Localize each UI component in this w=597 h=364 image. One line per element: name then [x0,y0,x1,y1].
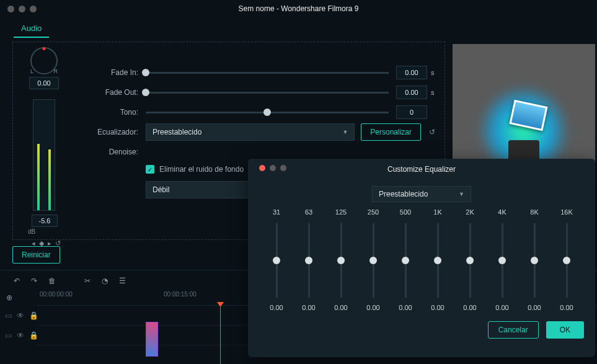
track-lock-icon[interactable]: 🔒 [29,331,38,340]
band-slider-4k[interactable] [502,223,503,298]
band-value: 0.00 [327,304,355,311]
track-type-icon: ▭ [5,311,12,320]
ok-button[interactable]: OK [546,321,584,339]
db-value-input[interactable]: -5.6 [32,215,58,227]
close-window-icon[interactable] [7,6,14,12]
denoise-strength-value: Débil [153,185,169,194]
band-value: 0.00 [392,304,419,311]
band-value: 0.00 [360,304,387,311]
band-value: 0.00 [553,304,580,311]
band-hz-label: 2K [456,208,484,217]
dialog-minimize-icon [270,165,276,171]
band-hz-label: 16K [553,208,580,217]
tab-audio[interactable]: Audio [14,21,49,38]
equalizer-preset-value: Preestablecido [153,128,201,136]
chevron-down-icon: ▼ [459,191,464,197]
pitch-input[interactable]: 0 [396,105,427,119]
band-slider-63[interactable] [308,223,310,298]
level-meter-group: -5.6 dB ◂ ◆ ▸ ↺ [25,99,64,247]
split-icon[interactable]: ✂ [84,277,91,285]
band-slider-2k[interactable] [469,223,471,298]
band-hz-label: 250 [360,208,387,217]
speed-icon[interactable]: ◔ [102,277,108,285]
band-value: 0.00 [263,304,290,311]
band-value: 0.00 [489,304,516,311]
titlebar: Sem nome - Wondershare Filmora 9 [0,0,597,17]
window-title: Sem nome - Wondershare Filmora 9 [239,4,359,13]
fadeout-unit: s [431,89,437,96]
equalizer-preset-dropdown[interactable]: Preestablecido ▼ [146,123,355,141]
pan-control: L R 0.00 [29,47,59,89]
track-type-icon: ▭ [5,331,12,340]
equalizer-reset-icon[interactable]: ↺ [427,127,437,137]
track-visibility-icon[interactable]: 👁 [17,331,24,340]
equalizer-dialog-preset-dropdown[interactable]: Preestablecido ▼ [372,186,471,202]
fadeout-input[interactable]: 0.00 [396,86,427,99]
equalizer-dialog: Customize Equalizer Preestablecido ▼ 310… [248,159,595,357]
band-value: 0.00 [295,304,322,311]
band-hz-label: 4K [489,208,516,217]
equalizer-dialog-preset-value: Preestablecido [379,190,428,198]
band-hz-label: 31 [263,208,290,217]
denoise-strength-dropdown[interactable]: Débil [146,181,257,198]
equalizer-bands: 310.00 630.00 1250.00 2500.00 5000.00 1K… [259,208,584,311]
fadein-unit: s [431,69,437,76]
keyframe-reset-icon[interactable]: ↺ [55,239,61,247]
playhead[interactable] [220,306,221,364]
band-value: 0.00 [424,304,451,311]
band-slider-250[interactable] [373,223,374,298]
track-lock-icon[interactable]: 🔒 [29,311,38,320]
fadein-slider[interactable] [146,72,389,74]
band-slider-16k[interactable] [566,223,568,298]
band-hz-label: 125 [327,208,355,217]
fadeout-label: Fade Out: [89,88,138,97]
band-slider-8k[interactable] [534,223,536,298]
band-slider-500[interactable] [405,223,407,298]
band-value: 0.00 [521,304,548,311]
adjust-icon[interactable]: ☰ [119,277,126,285]
window-controls [7,6,37,12]
cancel-button[interactable]: Cancelar [488,321,539,339]
equalizer-dialog-title: Customize Equalizer [387,165,456,174]
chevron-down-icon: ▼ [342,129,348,135]
keyframe-next-icon[interactable]: ▸ [48,239,51,247]
fadeout-slider[interactable] [146,92,389,94]
fadein-label: Fade In: [89,68,138,77]
denoise-label: Denoise: [89,148,138,156]
undo-icon[interactable]: ↶ [14,277,20,285]
keyframe-toggle-icon[interactable]: ◆ [39,239,44,247]
redo-icon[interactable]: ↷ [31,277,37,285]
band-hz-label: 500 [392,208,419,217]
maximize-window-icon[interactable] [30,6,37,12]
fadein-input[interactable]: 0.00 [396,66,427,79]
pitch-slider[interactable] [146,112,389,113]
level-meter [33,99,55,211]
band-hz-label: 1K [424,208,451,217]
pitch-label: Tono: [89,108,138,117]
track-visibility-icon[interactable]: 👁 [17,311,24,320]
delete-icon[interactable]: 🗑 [48,277,56,285]
minimize-window-icon[interactable] [19,6,25,12]
band-slider-125[interactable] [340,223,342,298]
pan-value-input[interactable]: 0.00 [29,77,59,89]
band-slider-1k[interactable] [437,223,439,298]
customize-equalizer-button[interactable]: Personalizar [361,123,421,141]
dialog-maximize-icon [280,165,286,171]
denoise-checkbox[interactable]: ✓ [146,165,154,174]
band-value: 0.00 [456,304,484,311]
db-unit-label: dB [28,228,35,235]
band-hz-label: 8K [521,208,548,217]
dialog-close-icon[interactable] [259,165,265,171]
panel-tabs: Audio [0,17,597,38]
equalizer-label: Ecualizador: [89,128,138,136]
reset-button[interactable]: Reiniciar [12,246,60,264]
add-track-icon[interactable]: ⊕ [6,293,12,302]
pan-knob[interactable] [30,47,58,74]
band-slider-31[interactable] [276,223,278,298]
band-hz-label: 63 [295,208,322,217]
timecode-0: 00:00:00:00 [37,291,161,305]
keyframe-prev-icon[interactable]: ◂ [32,239,35,247]
video-clip[interactable] [146,322,158,357]
denoise-check-label: Eliminar el ruido de fondo [159,165,244,174]
